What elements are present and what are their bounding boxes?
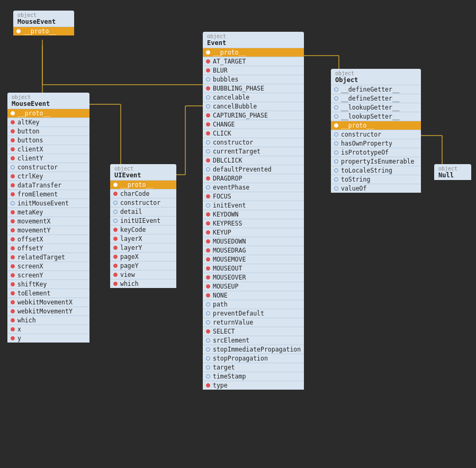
dot <box>334 150 338 155</box>
dot <box>206 158 210 163</box>
mouse-event-small-box: object MouseEvent __proto__ <box>13 11 74 35</box>
me-datatransfer: dataTransfer <box>7 181 89 190</box>
ev-click: CLICK <box>203 129 304 138</box>
me-metakey: metaKey <box>7 208 89 217</box>
dot <box>206 86 210 91</box>
null-box: object Null <box>434 164 471 180</box>
uie-layerx: layerX <box>110 234 176 243</box>
diagram-container: object MouseEvent __proto__ object Mouse… <box>0 0 476 468</box>
ev-mousedrag: MOUSEDRAG <box>203 246 304 255</box>
ev-select: SELECT <box>203 327 304 336</box>
dot <box>206 131 210 136</box>
ev-focus: FOCUS <box>203 192 304 201</box>
dot <box>11 183 15 187</box>
dot <box>113 255 118 259</box>
mouse-event-big-box: object MouseEvent __proto__ altKey butto… <box>7 93 89 343</box>
uie-layery: layerY <box>110 243 176 252</box>
dot <box>206 50 210 55</box>
dot <box>11 219 15 223</box>
dot <box>11 147 15 151</box>
dot <box>206 122 210 127</box>
uie-keycode: keyCode <box>110 225 176 234</box>
dot <box>334 123 338 128</box>
me-relatedtarget: relatedTarget <box>7 253 89 262</box>
me-y: y <box>7 334 89 343</box>
ob-isprototypeof: isPrototypeOf <box>331 148 421 157</box>
dot <box>11 291 15 295</box>
ev-dblclick: DBLCLICK <box>203 156 304 165</box>
dot <box>206 113 210 118</box>
ui-event-box: object UIEvent __proto__ charCode constr… <box>110 164 176 288</box>
uie-constructor: constructor <box>110 198 176 207</box>
object-header: object Object <box>331 69 421 85</box>
dot <box>206 221 210 226</box>
object-items: __defineGetter__ __defineSetter__ __look… <box>331 85 421 193</box>
dot <box>334 168 338 173</box>
ev-currenttarget: currentTarget <box>203 147 304 156</box>
me-webkitmovementx: webkitMovementX <box>7 298 89 307</box>
dot <box>11 120 15 124</box>
mouse-event-small-header: object MouseEvent <box>13 11 74 26</box>
ob-constructor: constructor <box>331 130 421 139</box>
dot <box>334 114 338 119</box>
dot <box>11 129 15 133</box>
mouse-event-small-proto: __proto__ <box>13 26 74 35</box>
dot <box>113 237 118 241</box>
ev-path: path <box>203 300 304 309</box>
dot-orange <box>16 29 21 33</box>
dot <box>11 210 15 214</box>
uie-which: which <box>110 279 176 288</box>
me-clienty: clientY <box>7 154 89 163</box>
ev-mousedown: MOUSEDOWN <box>203 237 304 246</box>
dot <box>113 210 118 214</box>
dot <box>206 356 210 361</box>
uie-view: view <box>110 270 176 279</box>
ob-tolocalestring: toLocaleString <box>331 166 421 175</box>
me-initmouseevent: initMouseEvent <box>7 199 89 208</box>
me-x: x <box>7 325 89 334</box>
dot <box>206 185 210 190</box>
dot <box>11 165 15 169</box>
mouse-event-big-header: object MouseEvent <box>7 93 89 109</box>
dot <box>113 273 118 277</box>
dot <box>113 192 118 196</box>
dot <box>11 228 15 232</box>
me-offsetx: offsetX <box>7 235 89 244</box>
dot <box>11 246 15 250</box>
dot <box>334 141 338 146</box>
uie-inituievent: initUIEvent <box>110 216 176 225</box>
dot <box>113 219 118 223</box>
dot <box>206 77 210 82</box>
ev-target: target <box>203 363 304 372</box>
ev-timestamp: timeStamp <box>203 372 304 381</box>
dot <box>206 383 210 388</box>
ob-definegetter: __defineGetter__ <box>331 85 421 94</box>
dot <box>206 104 210 109</box>
dot <box>11 282 15 286</box>
dot <box>206 347 210 352</box>
me-ctrlkey: ctrlKey <box>7 172 89 181</box>
dot <box>206 284 210 289</box>
ev-bubbling_phase: BUBBLING_PHASE <box>203 84 304 93</box>
me-fromelement: fromElement <box>7 190 89 199</box>
ev-at_target: AT_TARGET <box>203 57 304 66</box>
dot <box>206 275 210 280</box>
dot <box>11 273 15 277</box>
me-buttons: buttons <box>7 136 89 145</box>
dot <box>11 192 15 196</box>
dot <box>113 282 118 286</box>
ev-stoppropagation: stopPropagation <box>203 354 304 363</box>
me-offsety: offsetY <box>7 244 89 253</box>
me-webkitmovementy: webkitMovementY <box>7 307 89 316</box>
ev-preventdefault: preventDefault <box>203 309 304 318</box>
ev-cancelable: cancelable <box>203 93 304 102</box>
me-movementx: movementX <box>7 217 89 226</box>
ev-initevent: initEvent <box>203 201 304 210</box>
me-clientx: clientX <box>7 145 89 154</box>
dot <box>113 201 118 205</box>
me-constructor: constructor <box>7 163 89 172</box>
ev-eventphase: eventPhase <box>203 183 304 192</box>
me-button: button <box>7 127 89 136</box>
ev-bubbles: bubbles <box>203 75 304 84</box>
ev-stopimmediatepropagation: stopImmediatePropagation <box>203 345 304 354</box>
